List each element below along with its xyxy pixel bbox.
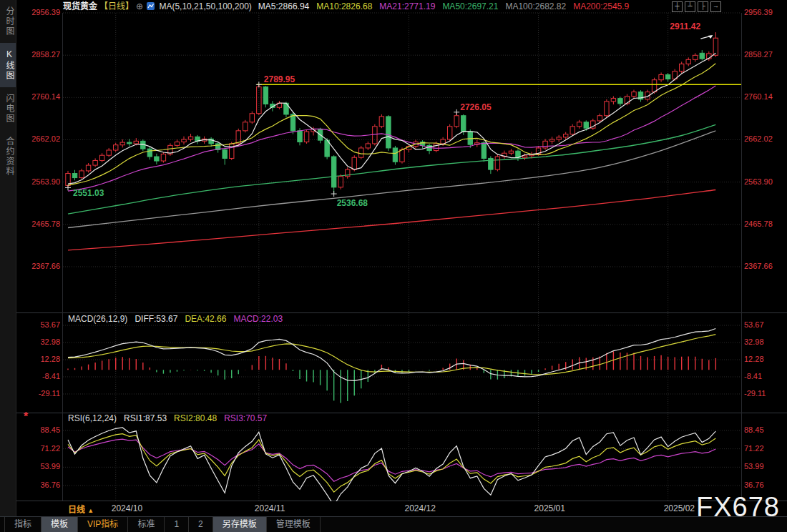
panel-dividers (16, 13, 787, 517)
chart-header: 现货黄金【日线】⊕ MA(5,10,21,50,100,200)MA5:2866… (63, 1, 636, 12)
ma-value: MA21:2771.19 (379, 1, 435, 11)
add-indicator-icon[interactable]: ⊕ (136, 1, 143, 11)
ma-value: MA200:2545.9 (573, 1, 629, 11)
timeframe-selector[interactable]: 日线 ▲ (68, 503, 94, 515)
macd-panel-header: MACD(26,12,9)DIFF:53.67DEA:42.66MACD:22.… (68, 314, 290, 324)
rsi-layer (68, 428, 715, 506)
sidebar-item-time-chart[interactable]: 分时图 (0, 0, 16, 43)
sidebar-item-kline-chart[interactable]: K线图 (0, 43, 16, 87)
ma-value: MA10:2826.68 (316, 1, 372, 11)
sidebar-item-lightning-chart[interactable]: 闪电图 (0, 87, 16, 130)
trading-app-window: 2911.422789.952726.052551.032536.682956.… (0, 0, 787, 532)
rsi-value: RSI2:80.48 (174, 413, 217, 423)
macd-value: DEA:42.66 (185, 314, 226, 324)
timeframe-label: 日线 (68, 505, 85, 515)
ma-value: MA5:2866.94 (258, 1, 309, 11)
macd-value: MACD:22.03 (233, 314, 283, 324)
sidebar: 分时图 K线图 闪电图 合约资料 (0, 0, 16, 532)
tab-save-template[interactable]: 另存模板 (213, 517, 267, 532)
crosshair-icon[interactable]: ┼ (672, 1, 683, 12)
tab-vip-indicators[interactable]: VIP指标 (78, 517, 128, 532)
chart-canvas[interactable] (0, 0, 787, 532)
tab-template-1[interactable]: 1 (165, 517, 189, 532)
jump-latest-icon[interactable]: → (710, 1, 721, 12)
chevron-up-icon: ▲ (87, 507, 94, 514)
symbol-title: 现货黄金 (63, 1, 97, 11)
chart-toolbar: ┼ ┴ ├ → (672, 1, 721, 12)
axis-bottom-icon[interactable]: ┴ (685, 1, 695, 12)
tab-indicators[interactable]: 指标 (4, 517, 41, 532)
bottom-tabbar: 指标 模板 VIP指标 标准 1 2 另存模板 管理模板 (0, 516, 787, 532)
indicator-alert-icon[interactable]: * (24, 410, 28, 423)
ma-value: MA50:2697.21 (442, 1, 498, 11)
rsi-value: RSI1:87.53 (124, 413, 167, 423)
rsi-panel-header: RSI(6,12,24)RSI1:87.53RSI2:80.48RSI3:70.… (68, 413, 274, 423)
macd-value: DIFF:53.67 (135, 314, 177, 324)
tab-templates[interactable]: 模板 (41, 517, 78, 532)
time-axis: 日线 ▲ (0, 501, 787, 516)
tab-manage-template[interactable]: 管理模板 (267, 517, 321, 532)
macd-layer (68, 329, 715, 403)
sidebar-item-contract-info[interactable]: 合约资料 (0, 130, 16, 183)
rsi-value: RSI3:70.57 (224, 413, 267, 423)
period-tag[interactable]: 【日线】 (99, 1, 134, 11)
ma-value: MA100:2682.82 (505, 1, 566, 11)
ma-settings-label[interactable]: MA(5,10,21,50,100,200) (159, 1, 251, 11)
tab-standard[interactable]: 标准 (128, 517, 165, 532)
gridlines (63, 13, 741, 501)
tab-template-2[interactable]: 2 (189, 517, 213, 532)
rsi-title[interactable]: RSI(6,12,24) (68, 413, 117, 423)
macd-title[interactable]: MACD(26,12,9) (68, 314, 127, 324)
ma-long-layer (68, 124, 715, 250)
axis-left-icon[interactable]: ├ (698, 1, 708, 12)
ma-short-layer (68, 53, 715, 191)
chart-type-icon[interactable] (147, 1, 155, 13)
